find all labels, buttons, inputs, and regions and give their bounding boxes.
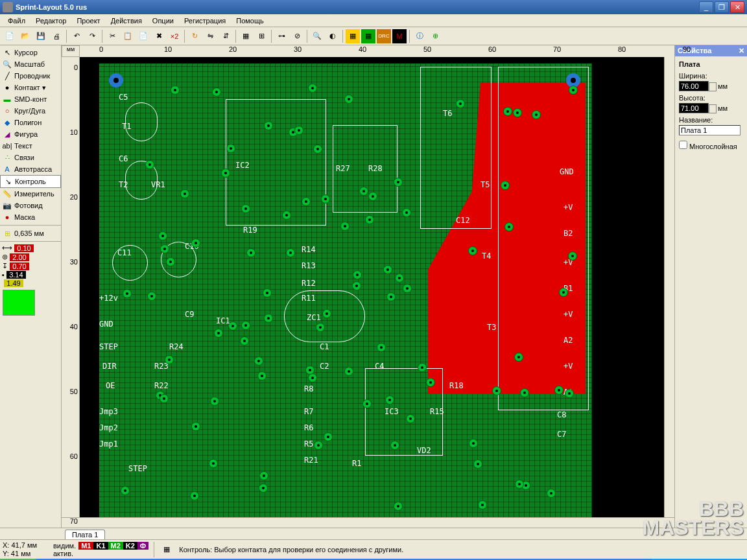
minimize-button[interactable]: _ (699, 1, 713, 13)
tool-icon: ◢ (3, 130, 12, 139)
width-input[interactable] (679, 81, 709, 91)
panel-close-icon[interactable]: ✕ (739, 47, 744, 55)
trace-property[interactable]: ↧0.70 (2, 262, 59, 270)
menu-регистрация[interactable]: Регистрация (179, 16, 231, 26)
tool-Автотрасса[interactable]: AАвтотрасса (0, 163, 61, 175)
titlebar: Sprint-Layout 5.0 rus _ ❐ ✕ (0, 0, 747, 14)
scan-button[interactable]: ⊕ (428, 29, 442, 43)
duplicate-button[interactable]: ×2 (167, 29, 182, 43)
layer-indicators[interactable]: M1K1M2K2Ф (78, 542, 148, 550)
tool-Контакт ▾[interactable]: ●Контакт ▾ (0, 82, 61, 93)
menu-проект[interactable]: Проект (71, 16, 105, 26)
silk-label: C8 (557, 410, 566, 419)
cut-button[interactable]: ✂ (105, 29, 119, 43)
maximize-button[interactable]: ❐ (715, 1, 729, 13)
horizontal-scrollbar[interactable] (62, 517, 674, 528)
silk-label: T3 (487, 323, 496, 332)
menu-помощь[interactable]: Помощь (231, 16, 269, 26)
board-button[interactable]: ▦ (361, 29, 375, 43)
rotate-button[interactable]: ↻ (187, 29, 202, 43)
silk-label: GND (99, 320, 113, 329)
board-tabs: Плата 1 (0, 528, 747, 539)
drc-button[interactable]: DRC (377, 29, 391, 43)
undo-button[interactable]: ↶ (69, 29, 84, 43)
separator (271, 30, 272, 43)
tool-Фотовид[interactable]: 📷Фотовид (0, 200, 61, 211)
connections-button[interactable]: ⊶ (274, 29, 289, 43)
silk-label: R6 (304, 423, 313, 432)
menu-файл[interactable]: Файл (3, 16, 30, 26)
main-toolbar: 📄 📂 💾 🖨 ↶ ↷ ✂ 📋 📄 ✖ ×2 ↻ ⇋ ⇵ ▦ ⊞ ⊶ ⊘ 🔍 ◐… (0, 27, 747, 45)
tool-Круг/Дуга[interactable]: ○Круг/Дуга (0, 105, 61, 117)
width-spinner[interactable] (709, 82, 717, 91)
multilayer-checkbox[interactable] (679, 141, 687, 149)
trace-property[interactable]: 1.49 (2, 279, 59, 287)
menu-опции[interactable]: Опции (147, 16, 179, 26)
paste-button[interactable]: 📄 (136, 29, 150, 43)
silk-label: R18 (449, 381, 464, 390)
mirror-h-button[interactable]: ⇋ (203, 29, 217, 43)
save-button[interactable]: 💾 (34, 29, 48, 43)
redo-button[interactable]: ↷ (85, 29, 99, 43)
silk-label: DIR (102, 362, 117, 371)
silk-label: R28 (368, 164, 383, 173)
silk-label: T1 (122, 122, 131, 131)
canvas-area: мм 0102030405060708090 010203040506070 (62, 45, 674, 528)
silk-label: C5 (119, 93, 128, 102)
silk-label: C1 (320, 342, 329, 351)
remove-conn-button[interactable]: ⊘ (290, 29, 304, 43)
tool-Контроль[interactable]: ↘Контроль (0, 175, 61, 188)
info-button[interactable]: ⓘ (412, 29, 427, 43)
silk-label: A2 (563, 336, 573, 345)
macro-button[interactable]: ▦ (346, 29, 360, 43)
tool-label: SMD-конт (14, 95, 47, 103)
main-area: ↖Курсор🔍Масштаб╱Проводник●Контакт ▾▬SMD-… (0, 45, 747, 528)
tool-Фигура[interactable]: ◢Фигура (0, 128, 61, 140)
tool-Курсор[interactable]: ↖Курсор (0, 47, 61, 58)
close-button[interactable]: ✕ (730, 1, 744, 13)
height-spinner[interactable] (709, 104, 717, 113)
delete-button[interactable]: ✖ (152, 29, 166, 43)
tool-icon: ab| (3, 141, 12, 150)
tool-Проводник[interactable]: ╱Проводник (0, 70, 61, 82)
board-tab[interactable]: Плата 1 (65, 530, 105, 539)
trace-property[interactable]: ⟷0.10 (2, 244, 59, 252)
height-input[interactable] (679, 103, 709, 113)
new-button[interactable]: 📄 (3, 29, 17, 43)
tool-SMD-конт[interactable]: ▬SMD-конт (0, 93, 61, 105)
silk-label: Jmp1 (99, 439, 118, 449)
trace-property[interactable]: ⊚2.00 (2, 253, 59, 261)
vertical-scrollbar[interactable] (664, 57, 674, 517)
mirror-v-button[interactable]: ⇵ (219, 29, 233, 43)
layer-toggle-button[interactable]: ◐ (326, 29, 340, 43)
tool-icon: ● (3, 213, 12, 222)
silk-label: R22 (154, 381, 169, 390)
silk-label: R19 (243, 226, 257, 235)
open-button[interactable]: 📂 (18, 29, 32, 43)
copy-button[interactable]: 📋 (121, 29, 135, 43)
menu-действия[interactable]: Действия (106, 16, 147, 26)
current-layer-swatch[interactable] (3, 290, 35, 316)
status-tool-icon[interactable]: ▦ (160, 542, 174, 557)
tool-Измеритель[interactable]: 📏Измеритель (0, 188, 61, 200)
tool-icon: 📏 (3, 189, 12, 198)
tool-icon: A (3, 165, 12, 174)
silk-label: R14 (302, 245, 316, 254)
trace-property[interactable]: ▪3.14 (2, 271, 59, 279)
pcb-canvas[interactable]: C5T6T1C6IC2R27R28GNDT2VR1T5+VC12R19B2C11… (80, 57, 664, 517)
group-button[interactable]: ⊞ (254, 29, 268, 43)
align-button[interactable]: ▦ (239, 29, 253, 43)
pcb-board[interactable]: C5T6T1C6IC2R27R28GNDT2VR1T5+VC12R19B2C11… (99, 64, 592, 517)
tool-Маска[interactable]: ●Маска (0, 211, 61, 223)
board-name-input[interactable] (679, 125, 741, 135)
tool-Масштаб[interactable]: 🔍Масштаб (0, 58, 61, 70)
zoom-button[interactable]: 🔍 (310, 29, 324, 43)
grid-setting[interactable]: ⊞ 0,635 мм (0, 228, 61, 239)
tool-Полигон[interactable]: ◆Полигон (0, 117, 61, 128)
library-button[interactable]: M (392, 29, 407, 43)
tool-Текст[interactable]: ab|Текст (0, 140, 61, 152)
menu-редактор[interactable]: Редактор (30, 16, 71, 26)
tool-Связи[interactable]: ∴Связи (0, 152, 61, 163)
print-button[interactable]: 🖨 (49, 29, 64, 43)
coordinates-display: X: 41,7 мм Y: 41 мм (3, 541, 48, 558)
